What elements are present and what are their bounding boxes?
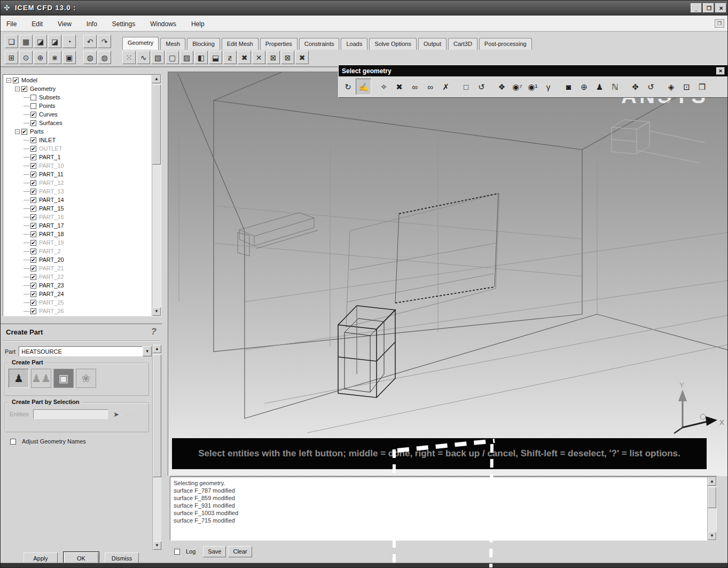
tree-checkbox[interactable] [30, 206, 36, 212]
tree-item-part_23[interactable]: PART_23 [3, 281, 152, 290]
tree-item-part_1[interactable]: PART_1 [3, 153, 152, 161]
tree-item-part_18[interactable]: PART_18 [3, 230, 152, 238]
adjust-geometry-names-checkbox[interactable] [10, 439, 16, 445]
create-surface-icon[interactable]: ▧ [151, 51, 165, 64]
zoom-icon[interactable]: ⊙ [19, 51, 33, 64]
create-part-from-mesh-icon[interactable]: ▣ [53, 369, 74, 388]
3d-viewport[interactable]: ANSYS [168, 72, 728, 476]
entities-input[interactable] [33, 409, 108, 419]
save-project-icon[interactable]: ◪ [34, 35, 47, 48]
tree-item-part_21[interactable]: PART_21 [3, 264, 152, 273]
tree-item-curves[interactable]: Curves [3, 110, 152, 119]
surface-region-icon[interactable]: ⊡ [679, 79, 694, 95]
repair-geometry-icon[interactable]: ◧ [194, 51, 208, 64]
zoom-window-icon[interactable]: ⊕ [34, 51, 47, 64]
tree-item-geometry[interactable]: −Geometry [3, 84, 152, 93]
polygon-select-icon[interactable]: ✧ [376, 79, 392, 95]
tree-checkbox[interactable] [21, 129, 27, 135]
tree-item-part_2[interactable]: PART_2 [3, 247, 152, 255]
menu-view[interactable]: View [56, 19, 73, 29]
transform-geometry-icon[interactable]: ⬓ [209, 51, 222, 64]
log-scroll-thumb[interactable] [708, 487, 716, 508]
menu-edit[interactable]: Edit [30, 19, 44, 29]
tree-item-part_14[interactable]: PART_14 [3, 196, 152, 204]
tree-item-outlet[interactable]: OUTLET [3, 144, 152, 153]
create-curve-icon[interactable]: ∿ [137, 51, 150, 64]
wireframe-mode-icon[interactable]: ◍ [83, 51, 97, 64]
select-geometry-close-icon[interactable]: ✕ [716, 67, 725, 75]
select-pointer-icon[interactable]: ✍ [356, 79, 371, 95]
panel-scroll-down-icon[interactable]: ▼ [153, 541, 161, 550]
tree-checkbox[interactable] [30, 189, 36, 194]
select-surfaces-icon[interactable]: ◙ [561, 79, 576, 95]
help-icon[interactable]: ? [151, 326, 156, 337]
workspace-icon[interactable]: ❐ [715, 19, 724, 28]
tree-checkbox[interactable] [30, 103, 36, 109]
delete-surface-icon[interactable]: ⊠ [267, 51, 280, 64]
tree-scroll-up-icon[interactable]: ▲ [152, 75, 161, 83]
tree-checkbox[interactable] [21, 86, 27, 92]
clear-log-button[interactable]: Clear [228, 546, 252, 557]
tree-checkbox[interactable] [30, 197, 36, 203]
tree-item-part_25[interactable]: PART_25 [3, 298, 152, 307]
menu-help[interactable]: Help [190, 19, 206, 29]
part-combobox[interactable]: HEATSOURCE [19, 346, 143, 356]
tree-expander-icon[interactable]: − [15, 129, 20, 134]
delete-point-icon[interactable]: ✖ [238, 51, 251, 64]
create-point-icon[interactable]: ⁙ [122, 51, 136, 64]
box-select-icon[interactable]: □ [458, 79, 474, 95]
tab-output[interactable]: Output [418, 38, 447, 50]
lasso-select-icon[interactable]: ↺ [643, 79, 659, 95]
tree-checkbox[interactable] [30, 266, 36, 271]
tree-checkbox[interactable] [30, 291, 36, 297]
create-part-by-entities-icon[interactable]: ♟♟ [31, 369, 51, 388]
menu-info[interactable]: Info [85, 19, 99, 29]
tree-checkbox[interactable] [30, 180, 36, 186]
select-all-icon[interactable]: ∞ [422, 79, 438, 95]
tab-post-processing[interactable]: Post-processing [479, 38, 532, 50]
tree-checkbox[interactable] [30, 120, 36, 126]
save-copy-icon[interactable]: ◪ [48, 35, 61, 48]
redo-icon[interactable]: ↷ [98, 35, 111, 48]
tree-item-part_13[interactable]: PART_13 [3, 187, 152, 196]
tree-checkbox[interactable] [30, 214, 36, 220]
menu-windows[interactable]: Windows [148, 19, 178, 29]
panel-scroll-thumb[interactable] [153, 354, 161, 477]
tree-checkbox[interactable] [30, 154, 36, 160]
tree-item-part_22[interactable]: PART_22 [3, 273, 152, 281]
delete-curve-icon[interactable]: ✕ [252, 51, 265, 64]
close-button[interactable]: ✕ [715, 3, 726, 13]
save-log-button[interactable]: Save [203, 546, 226, 557]
create-faceted-icon[interactable]: ▨ [180, 51, 193, 64]
tab-geometry[interactable]: Geometry [122, 37, 159, 50]
tree-checkbox[interactable] [30, 248, 36, 254]
tree-checkbox[interactable] [13, 77, 19, 83]
tree-checkbox[interactable] [30, 274, 36, 280]
cut-plane-select-icon[interactable]: ✥ [628, 79, 643, 95]
select-visible-icon[interactable]: ∞ [407, 79, 422, 95]
tree-checkbox[interactable] [30, 283, 36, 289]
delete-body-icon[interactable]: ⊠ [281, 51, 294, 64]
tree-item-part_12[interactable]: PART_12 [3, 178, 152, 187]
create-assembly-icon[interactable]: ❀ [76, 369, 96, 388]
angle-filter-icon[interactable]: γ [541, 79, 556, 95]
tree-checkbox[interactable] [30, 308, 36, 314]
tree-checkbox[interactable] [30, 95, 36, 100]
tree-checkbox[interactable] [30, 257, 36, 263]
log-scroll-down-icon[interactable]: ▼ [708, 532, 716, 540]
open-icon[interactable]: ❏ [5, 35, 18, 48]
tree-item-part_15[interactable]: PART_15 [3, 204, 152, 213]
pick-cursor-icon[interactable]: ➤ [113, 410, 119, 418]
select-curves-icon[interactable]: ⊕ [576, 79, 592, 95]
select-points-icon[interactable]: ♟ [592, 79, 607, 95]
tree-item-part_10[interactable]: PART_10 [3, 161, 152, 170]
tree-scroll-thumb[interactable] [152, 84, 161, 165]
log-scroll-up-icon[interactable]: ▲ [708, 477, 716, 486]
log-checkbox[interactable] [174, 549, 180, 555]
volume-select-icon[interactable]: ◈ [663, 79, 679, 95]
tab-cart3d[interactable]: Cart3D [448, 38, 477, 50]
select-geometry-titlebar[interactable]: Select geometry ✕ [339, 65, 728, 76]
snapshot-icon[interactable]: ▣ [62, 51, 76, 64]
flood-select-icon[interactable]: ↺ [474, 79, 489, 95]
tree-checkbox[interactable] [30, 137, 36, 143]
